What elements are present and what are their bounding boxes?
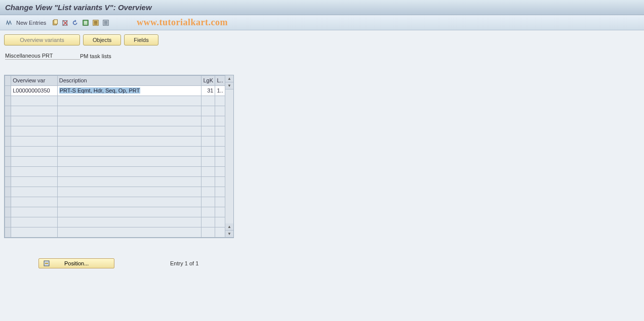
select-block-icon[interactable] [92,19,100,27]
cell-description[interactable] [57,187,202,197]
tab-fields[interactable]: Fields [124,34,158,45]
row-selector[interactable] [5,136,11,147]
cell-lgk[interactable] [202,227,215,238]
cell-l[interactable] [215,157,225,167]
row-selector[interactable] [5,86,11,96]
cell-lgk[interactable] [202,157,215,167]
select-all-icon[interactable] [82,19,90,27]
row-selector[interactable] [5,106,11,116]
table-row[interactable] [5,217,225,227]
cell-description[interactable] [57,177,202,187]
cell-overview-var[interactable] [11,187,58,197]
cell-description[interactable] [57,106,202,116]
cell-l[interactable] [215,177,225,187]
vertical-scrollbar[interactable]: ▲ ▼ ▲ ▼ [225,75,233,238]
cell-overview-var[interactable] [11,207,58,217]
cell-lgk[interactable] [202,197,215,207]
cell-description[interactable] [57,207,202,217]
header-l[interactable]: L.. [215,76,225,86]
cell-overview-var[interactable] [11,147,58,157]
cell-overview-var[interactable] [11,126,58,136]
cell-overview-var[interactable] [11,136,58,147]
cell-description[interactable] [57,167,202,177]
table-row[interactable] [5,116,225,126]
cell-overview-var[interactable] [11,197,58,207]
table-row[interactable] [5,187,225,197]
row-selector[interactable] [5,227,11,238]
cell-overview-var[interactable] [11,157,58,167]
cell-l[interactable] [215,217,225,227]
table-row[interactable] [5,207,225,217]
cell-description[interactable]: PRT-S Eqmt, Hdr, Seq, Op, PRT [57,86,202,96]
scroll-up-icon[interactable]: ▲ [225,75,233,82]
cell-lgk[interactable] [202,177,215,187]
position-button[interactable]: Position... [38,258,114,268]
header-overview-var[interactable]: Overview var [11,76,58,86]
scroll-track[interactable] [225,89,233,223]
table-row[interactable] [5,126,225,136]
cell-l[interactable] [215,136,225,147]
deselect-all-icon[interactable] [102,19,110,27]
header-description[interactable]: Description [57,76,202,86]
cell-description[interactable] [57,147,202,157]
cell-overview-var[interactable] [11,167,58,177]
cell-lgk[interactable] [202,96,215,106]
toggle-icon[interactable] [5,19,13,27]
table-row[interactable] [5,157,225,167]
cell-lgk[interactable] [202,136,215,147]
row-selector[interactable] [5,116,11,126]
tab-overview-variants[interactable]: Overview variants [4,34,80,45]
row-selector[interactable] [5,157,11,167]
cell-lgk[interactable] [202,106,215,116]
cell-overview-var[interactable] [11,177,58,187]
cell-description[interactable] [57,136,202,147]
cell-lgk[interactable] [202,207,215,217]
cell-l[interactable] [215,207,225,217]
cell-overview-var[interactable] [11,96,58,106]
header-lgk[interactable]: LgK [202,76,215,86]
cell-lgk[interactable] [202,167,215,177]
cell-l[interactable] [215,167,225,177]
cell-overview-var[interactable] [11,217,58,227]
cell-l[interactable] [215,187,225,197]
row-selector[interactable] [5,217,11,227]
row-selector[interactable] [5,167,11,177]
delete-icon[interactable] [61,19,69,27]
table-row[interactable] [5,147,225,157]
table-row[interactable] [5,106,225,116]
cell-l[interactable] [215,227,225,238]
new-entries-button[interactable]: New Entries [15,20,49,26]
cell-lgk[interactable]: 31 [202,86,215,96]
row-selector[interactable] [5,197,11,207]
row-selector[interactable] [5,126,11,136]
cell-description[interactable] [57,96,202,106]
row-selector[interactable] [5,96,11,106]
cell-l[interactable] [215,106,225,116]
cell-lgk[interactable] [202,187,215,197]
cell-overview-var[interactable] [11,116,58,126]
cell-description[interactable] [57,126,202,136]
row-selector[interactable] [5,207,11,217]
scroll-down-icon[interactable]: ▼ [225,82,233,89]
table-row[interactable] [5,227,225,238]
table-row[interactable] [5,136,225,147]
scroll-down2-icon[interactable]: ▼ [225,231,233,238]
cell-overview-var[interactable]: L00000000350 [11,86,58,96]
row-selector[interactable] [5,177,11,187]
cell-l[interactable] [215,96,225,106]
cell-description[interactable] [57,116,202,126]
cell-description[interactable] [57,157,202,167]
cell-lgk[interactable] [202,217,215,227]
cell-lgk[interactable] [202,126,215,136]
cell-overview-var[interactable] [11,227,58,238]
row-selector[interactable] [5,187,11,197]
table-row[interactable]: L00000000350PRT-S Eqmt, Hdr, Seq, Op, PR… [5,86,225,96]
cell-lgk[interactable] [202,116,215,126]
cell-l[interactable] [215,116,225,126]
scroll-up2-icon[interactable]: ▲ [225,223,233,231]
cell-description[interactable] [57,197,202,207]
undo-icon[interactable] [71,19,79,27]
tab-objects[interactable]: Objects [83,34,121,45]
copy-icon[interactable] [51,19,59,27]
table-row[interactable] [5,197,225,207]
